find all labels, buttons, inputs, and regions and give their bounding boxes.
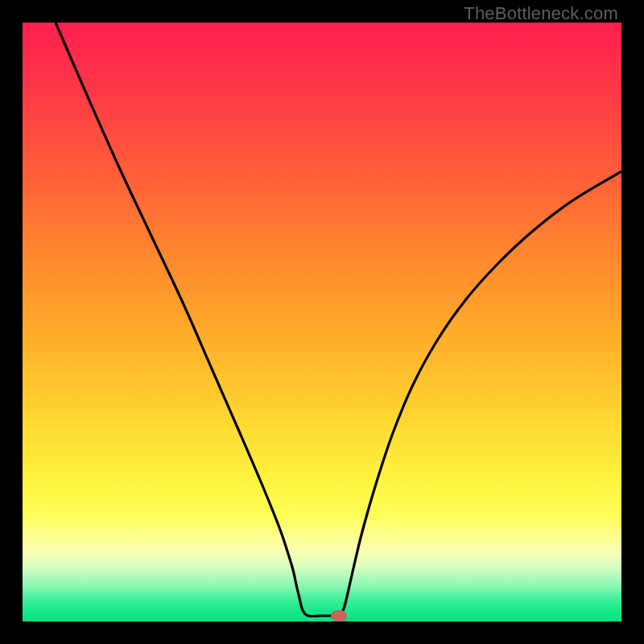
optimal-marker — [331, 610, 347, 621]
curve-right-branch — [341, 171, 621, 616]
chart-frame: TheBottleneck.com — [0, 0, 644, 644]
watermark-text: TheBottleneck.com — [464, 3, 618, 24]
plot-area — [23, 23, 621, 621]
curve-svg — [23, 23, 621, 621]
curve-left-branch — [56, 23, 336, 617]
